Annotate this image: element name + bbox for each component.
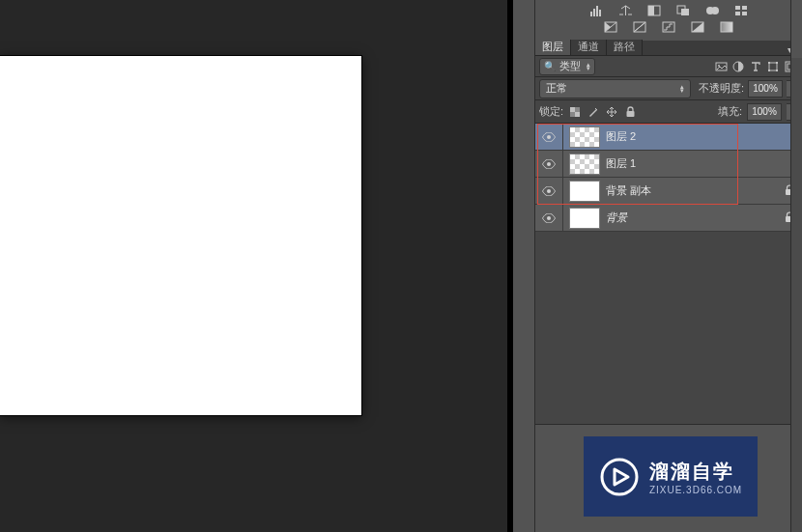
- blend-mode-select[interactable]: 正常 ▴▾: [539, 79, 691, 98]
- svg-rect-0: [590, 12, 592, 16]
- layer-row[interactable]: 图层 2: [535, 124, 802, 151]
- layer-row[interactable]: 图层 1: [535, 151, 802, 178]
- blend-mode-value: 正常: [546, 81, 567, 96]
- svg-point-38: [547, 216, 551, 220]
- fill-label: 填充:: [718, 104, 742, 119]
- svg-rect-1: [593, 9, 595, 16]
- tab-channels[interactable]: 通道: [571, 40, 607, 55]
- layer-name-label[interactable]: 图层 1: [606, 156, 794, 171]
- filter-adjustment-icon[interactable]: [730, 59, 746, 74]
- balance-icon[interactable]: [617, 3, 634, 17]
- layer-filter-bar: 🔍 类型 ▴▾: [535, 56, 802, 77]
- svg-rect-12: [735, 12, 740, 15]
- search-icon: 🔍: [544, 61, 556, 71]
- blend-mode-row: 正常 ▴▾ 不透明度: 100% ▾: [535, 77, 802, 100]
- svg-rect-31: [575, 107, 580, 112]
- visibility-eye-icon[interactable]: [535, 159, 562, 169]
- svg-point-40: [602, 460, 637, 494]
- layer-list-empty-area[interactable]: [535, 232, 802, 425]
- shapes-icon[interactable]: [704, 3, 721, 17]
- svg-rect-32: [570, 112, 575, 117]
- separator: [562, 178, 563, 204]
- watermark-logo-icon: [599, 457, 640, 497]
- svg-rect-18: [721, 22, 732, 32]
- threshold-icon[interactable]: [632, 19, 648, 34]
- svg-rect-30: [575, 112, 580, 117]
- svg-rect-7: [681, 9, 689, 15]
- canvas-background: [0, 0, 512, 532]
- watermark-subtitle: ZIXUE.3D66.COM: [649, 485, 742, 495]
- lock-label: 锁定:: [539, 104, 563, 119]
- svg-rect-2: [596, 6, 598, 16]
- svg-rect-23: [768, 62, 770, 64]
- watermark: 溜溜自学 ZIXUE.3D66.COM: [584, 436, 758, 517]
- svg-rect-3: [599, 10, 601, 16]
- svg-point-34: [547, 135, 551, 139]
- selective-color-icon[interactable]: [719, 19, 735, 34]
- lock-transparency-icon[interactable]: [568, 105, 582, 119]
- select-arrows-icon: ▴▾: [587, 63, 590, 70]
- right-edge-top: [790, 0, 802, 58]
- svg-rect-29: [570, 107, 575, 112]
- layer-thumbnail[interactable]: [569, 208, 600, 229]
- contrast-icon[interactable]: [646, 3, 663, 17]
- select-arrows-icon: ▴▾: [680, 85, 684, 93]
- svg-rect-25: [768, 70, 770, 71]
- opacity-label: 不透明度:: [699, 81, 744, 96]
- layer-thumbnail[interactable]: [569, 126, 600, 148]
- filter-type-label: 类型: [559, 59, 581, 73]
- separator: [562, 205, 563, 231]
- posterize-icon[interactable]: [661, 19, 677, 34]
- visibility-eye-icon[interactable]: [535, 186, 562, 196]
- opacity-input[interactable]: 100%: [748, 80, 783, 98]
- filter-type-icon[interactable]: [748, 59, 763, 74]
- right-edge-scroll[interactable]: [790, 58, 802, 532]
- filter-type-select[interactable]: 🔍 类型 ▴▾: [539, 58, 595, 75]
- lock-all-icon[interactable]: [623, 105, 637, 119]
- layer-thumbnail[interactable]: [569, 181, 600, 202]
- watermark-title: 溜溜自学: [649, 459, 742, 485]
- svg-rect-13: [742, 12, 747, 15]
- svg-rect-26: [776, 70, 778, 71]
- layer-name-label[interactable]: 背景 副本: [606, 183, 785, 198]
- gradient-map-icon[interactable]: [690, 19, 706, 34]
- overlap-icon[interactable]: [675, 3, 692, 17]
- svg-point-35: [547, 162, 551, 166]
- tab-layers[interactable]: 图层: [535, 40, 571, 55]
- histogram-icon[interactable]: [588, 3, 605, 17]
- layer-row[interactable]: 背景 副本: [535, 178, 802, 205]
- lock-row: 锁定: 填充: 100% ▾: [535, 100, 802, 124]
- canvas-gutter: [513, 0, 534, 532]
- svg-rect-24: [776, 62, 778, 64]
- filter-shape-icon[interactable]: [765, 59, 781, 74]
- invert-icon[interactable]: [603, 19, 619, 34]
- svg-point-9: [711, 7, 719, 14]
- layer-name-label[interactable]: 背景: [606, 210, 785, 225]
- svg-rect-10: [735, 6, 740, 10]
- svg-rect-11: [742, 6, 747, 10]
- lock-position-icon[interactable]: [605, 105, 618, 119]
- separator: [562, 124, 563, 150]
- layer-row[interactable]: 背景: [535, 205, 802, 232]
- filter-pixel-icon[interactable]: [713, 59, 729, 74]
- panel-tab-bar: 图层 通道 路径 ▾≡: [535, 41, 802, 56]
- svg-rect-33: [626, 111, 634, 117]
- layer-list: 图层 2图层 1背景 副本背景: [535, 124, 802, 232]
- layer-thumbnail[interactable]: [569, 154, 600, 175]
- document-canvas[interactable]: [0, 56, 361, 415]
- tab-paths[interactable]: 路径: [607, 40, 643, 55]
- svg-rect-5: [648, 6, 654, 15]
- lock-pixels-icon[interactable]: [587, 105, 600, 119]
- visibility-eye-icon[interactable]: [535, 213, 562, 223]
- svg-rect-22: [769, 63, 777, 70]
- fill-input[interactable]: 100%: [747, 103, 782, 121]
- layer-name-label[interactable]: 图层 2: [606, 129, 794, 144]
- svg-point-36: [547, 189, 551, 193]
- visibility-eye-icon[interactable]: [535, 132, 562, 142]
- separator: [562, 151, 563, 177]
- grid-icon[interactable]: [733, 3, 750, 17]
- adjustments-toolbar: [535, 0, 802, 41]
